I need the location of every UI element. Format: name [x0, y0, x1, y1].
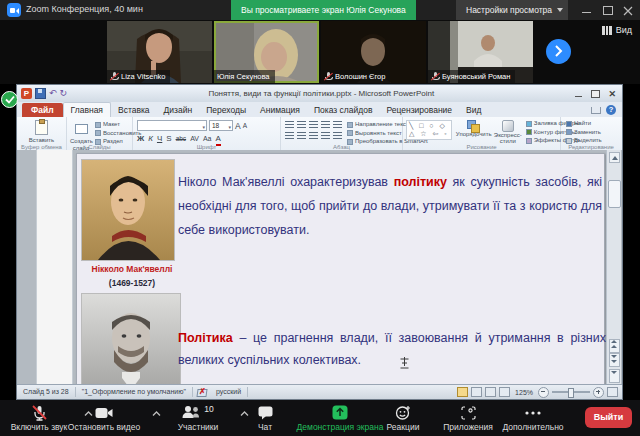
zoom-out-button[interactable] [538, 387, 549, 398]
previous-slide-button[interactable] [609, 339, 620, 353]
para2-text: – це прагнення влади, її завоювання й ут… [178, 331, 606, 367]
ppt-minimize-button[interactable] [575, 90, 583, 98]
minimize-ribbon-icon[interactable] [591, 107, 601, 114]
fit-to-window-button[interactable] [607, 387, 618, 397]
next-participants-button[interactable] [546, 39, 571, 64]
strikethrough-button[interactable]: abc [176, 134, 186, 144]
scrollbar-thumb[interactable] [608, 180, 621, 208]
tab-animations[interactable]: Анимация [253, 103, 307, 117]
slide-canvas[interactable]: Нікколо Мак'явеллі (1469-1527) Ніколо Ма… [76, 153, 605, 385]
new-slide-icon[interactable] [75, 124, 88, 134]
underline-button[interactable]: Ч [157, 134, 162, 144]
document-title: Поняття, види та функції політики.pptx -… [67, 89, 575, 98]
justify-icon[interactable] [321, 132, 330, 139]
tab-design[interactable]: Дизайн [157, 103, 200, 117]
tab-home[interactable]: Главная [63, 102, 111, 117]
participants-icon [182, 405, 202, 421]
align-center-icon[interactable] [297, 132, 306, 139]
participant-video-2[interactable]: Юлія Секунова [214, 21, 319, 83]
numbering-icon[interactable] [297, 121, 306, 128]
participant-video-3[interactable]: Волошин Єгор [321, 21, 426, 83]
undo-icon[interactable]: ↶ [49, 89, 57, 98]
reactions-button[interactable]: Реакции [374, 404, 432, 432]
help-icon[interactable]: ? [606, 105, 616, 115]
font-size-combobox[interactable]: 18▾ [209, 120, 233, 131]
mic-muted-icon [431, 72, 439, 81]
banner-text: Вы просматриваете экран Юлія Секунова [241, 5, 406, 15]
spellcheck-icon[interactable]: ✗ [197, 388, 206, 397]
quick-styles-button[interactable]: Экспресс-стили [494, 132, 522, 144]
reading-view-button[interactable] [485, 387, 496, 397]
participant-name-tag: Юлія Секунова [214, 70, 275, 83]
ribbon-group-slides: Создать слайд Макет Восстановить Раздел … [67, 117, 133, 150]
participant-name-tag: Liza Vitsenko [107, 70, 170, 83]
align-left-icon[interactable] [285, 132, 294, 139]
participant-name-tag: Буяновський Роман [428, 70, 515, 83]
apps-button[interactable]: Приложения [436, 404, 500, 432]
bold-button[interactable]: Ж [137, 134, 144, 144]
stop-video-label: Остановить видео [62, 422, 146, 432]
scroll-down-button[interactable] [609, 369, 620, 383]
tab-slideshow[interactable]: Показ слайдов [307, 103, 380, 117]
chevron-right-icon [555, 45, 563, 57]
change-case-button[interactable]: Aa [203, 134, 212, 144]
view-settings-dropdown[interactable]: Настройки просмотра [456, 0, 568, 20]
language-indicator[interactable]: русский [210, 387, 248, 397]
text-shadow-button[interactable]: S [166, 134, 171, 144]
increase-indent-icon[interactable] [321, 121, 330, 128]
zoom-slider[interactable] [552, 391, 590, 393]
columns-icon[interactable] [333, 132, 342, 139]
tab-file[interactable]: Файл [22, 103, 63, 117]
scroll-up-button[interactable] [609, 152, 620, 163]
participant-video-4[interactable]: Буяновський Роман [428, 21, 533, 83]
shapes-gallery-row2[interactable]: △ ☆ ⇦ ◦ [409, 130, 449, 138]
next-slide-button[interactable] [609, 353, 620, 367]
grow-font-icon[interactable]: А [235, 121, 241, 131]
leave-meeting-button[interactable]: Выйти [585, 407, 632, 428]
stop-video-button[interactable]: Остановить видео [62, 404, 146, 432]
ppt-close-button[interactable]: ✕ [608, 89, 616, 99]
find-button[interactable]: Найти [566, 120, 621, 128]
participant-video-1[interactable]: Liza Vitsenko [107, 21, 212, 83]
bullets-icon[interactable] [285, 121, 294, 128]
line-spacing-icon[interactable] [333, 121, 342, 128]
align-right-icon[interactable] [309, 132, 318, 139]
save-icon[interactable] [35, 88, 46, 99]
participant-name-tag: Волошин Єгор [321, 70, 390, 83]
character-spacing-button[interactable]: AV [190, 134, 199, 144]
more-button[interactable]: Дополнительно [500, 404, 566, 432]
tab-review[interactable]: Рецензирование [379, 103, 459, 117]
participants-button[interactable]: 10 Участники [160, 404, 236, 432]
normal-view-button[interactable] [457, 387, 468, 397]
chevron-down-icon [557, 8, 563, 15]
shapes-gallery-row1[interactable]: ╲ □ ○ ◇ [409, 122, 449, 130]
font-name-combobox[interactable]: ▾ [137, 120, 207, 131]
zoom-slider-thumb[interactable] [568, 388, 574, 398]
minimize-button[interactable] [582, 6, 592, 15]
view-layout-button[interactable]: Вид [602, 25, 632, 35]
tab-insert[interactable]: Вставка [111, 103, 157, 117]
maximize-button[interactable] [603, 6, 613, 15]
ribbon-group-paragraph: Направление текста Выровнять текст Преоб… [281, 117, 403, 150]
replace-button[interactable]: Заменить [566, 129, 621, 137]
paste-icon[interactable] [35, 120, 48, 135]
share-screen-button[interactable]: Демонстрация экрана [294, 404, 386, 432]
redo-icon[interactable]: ↻ [60, 89, 68, 98]
slideshow-view-button[interactable] [499, 387, 510, 397]
apps-icon [436, 404, 500, 421]
zoom-in-button[interactable] [593, 387, 604, 398]
tab-view[interactable]: Вид [459, 103, 488, 117]
slide-sorter-view-button[interactable] [471, 387, 482, 397]
portrait-caption-name: Нікколо Мак'явеллі [71, 264, 193, 274]
chat-button[interactable]: Чат [240, 404, 290, 432]
camera-icon [62, 404, 146, 421]
italic-button[interactable]: К [148, 134, 153, 144]
shrink-font-icon[interactable]: А [243, 121, 247, 131]
decrease-indent-icon[interactable] [309, 121, 318, 128]
ppt-restore-button[interactable] [591, 90, 600, 98]
close-icon[interactable] [623, 6, 633, 15]
tab-transitions[interactable]: Переходы [199, 103, 253, 117]
powerpoint-titlebar: P ↶ ↻ Поняття, види та функції політики.… [17, 85, 622, 103]
slides-pane-collapsed[interactable] [36, 150, 73, 385]
vertical-scrollbar[interactable] [606, 150, 621, 385]
